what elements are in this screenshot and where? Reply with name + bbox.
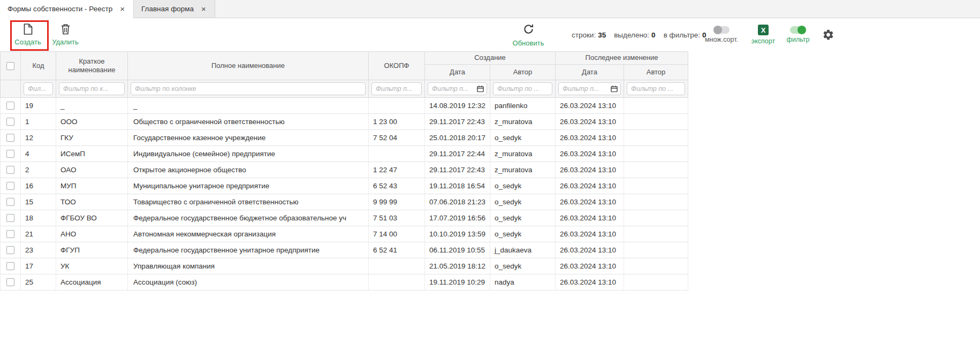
tab-bar: Формы собственности - Реестр × Главная ф…: [0, 0, 980, 18]
selected-count-value: 0: [651, 31, 656, 39]
trash-icon: [61, 24, 70, 36]
filter-label: фильтр: [787, 36, 810, 43]
table-row[interactable]: 4ИСемПИндивидуальное (семейное) предприя…: [1, 146, 688, 162]
cell-created-by: j_daukaeva: [490, 242, 556, 258]
cell-code: 2: [21, 162, 56, 178]
tab-forms-registry[interactable]: Формы собственности - Реестр ×: [0, 0, 134, 18]
col-header-created-author[interactable]: Автор: [490, 65, 556, 80]
tab-label: Главная форма: [141, 5, 194, 13]
row-checkbox[interactable]: [6, 182, 14, 190]
settings-gear-icon[interactable]: [822, 29, 834, 41]
table-row[interactable]: 1ООООбщество с ограниченной ответственно…: [1, 114, 688, 130]
table-row[interactable]: 2ОАООткрытое акционерное общество1 22 47…: [1, 162, 688, 178]
filter-toggle[interactable]: [790, 26, 806, 34]
refresh-button[interactable]: Обновить: [512, 18, 544, 51]
table-body: 19__14.08.2019 12:32panfilenko26.03.2024…: [1, 98, 688, 290]
filter-full-name-input[interactable]: [131, 82, 366, 95]
row-checkbox[interactable]: [6, 278, 14, 286]
cell-created-by: z_muratova: [490, 162, 556, 178]
selected-count: выделено:0: [614, 31, 655, 39]
col-header-code[interactable]: Код: [21, 52, 56, 80]
cell-modified-date: 26.03.2024 13:10: [556, 242, 624, 258]
cell-short-name: АНО: [56, 226, 128, 242]
tab-close-icon[interactable]: ×: [200, 4, 207, 13]
cell-okopf: [369, 258, 425, 274]
table-row[interactable]: 21АНОАвтономная некоммерческая организац…: [1, 226, 688, 242]
tab-main-form[interactable]: Главная форма ×: [134, 0, 215, 18]
col-header-short-name[interactable]: Краткое наименование: [56, 52, 128, 80]
filter-code-input[interactable]: [24, 82, 53, 95]
table-row[interactable]: 23ФГУПФедеральное государственное унитар…: [1, 242, 688, 258]
cell-modified-by: [624, 178, 688, 194]
row-checkbox[interactable]: [6, 214, 14, 222]
row-checkbox[interactable]: [6, 150, 14, 158]
row-checkbox[interactable]: [6, 118, 14, 126]
cell-created-date: 10.10.2019 13:59: [425, 226, 490, 242]
delete-button[interactable]: Удалить: [51, 24, 80, 46]
table-row[interactable]: 12ГКУГосударственное казенное учреждение…: [1, 130, 688, 146]
cell-short-name: _: [56, 98, 128, 114]
cell-short-name: ООО: [56, 114, 128, 130]
toolbar: Создать Удалить Обновить строки:35 выдел…: [0, 18, 980, 51]
cell-created-date: 14.08.2019 12:32: [425, 98, 490, 114]
row-checkbox[interactable]: [6, 246, 14, 254]
toggle-knob: [713, 26, 722, 34]
table-row[interactable]: 25АссоциацияАссоциация (союз)19.11.2019 …: [1, 274, 688, 290]
calendar-icon[interactable]: [477, 86, 484, 93]
cell-created-date: 07.06.2018 21:23: [425, 194, 490, 210]
filter-short-name-input[interactable]: [59, 82, 125, 95]
cell-short-name: ИСемП: [56, 146, 128, 162]
table-row[interactable]: 18ФГБОУ ВОФедеральное государственное бю…: [1, 210, 688, 226]
cell-created-by: nadya: [490, 274, 556, 290]
table-row[interactable]: 15ТООТоварищество с ограниченной ответст…: [1, 194, 688, 210]
col-header-full-name[interactable]: Полное наименование: [128, 52, 369, 80]
cell-created-date: 06.11.2019 10:55: [425, 242, 490, 258]
cell-created-by: o_sedyk: [490, 226, 556, 242]
tab-close-icon[interactable]: ×: [119, 4, 126, 13]
cell-created-date: 29.11.2017 22:43: [425, 162, 490, 178]
row-checkbox[interactable]: [6, 134, 14, 142]
cell-okopf: [369, 274, 425, 290]
multisort-toggle[interactable]: [713, 26, 730, 34]
cell-full-name: Федеральное государственное унитарное пр…: [128, 242, 369, 258]
cell-modified-by: [624, 226, 688, 242]
cell-created-by: z_muratova: [490, 114, 556, 130]
row-checkbox[interactable]: [6, 230, 14, 238]
cell-okopf: [369, 146, 425, 162]
col-header-modified-author[interactable]: Автор: [624, 65, 688, 80]
create-button[interactable]: Создать: [13, 24, 42, 46]
table-row[interactable]: 19__14.08.2019 12:32panfilenko26.03.2024…: [1, 98, 688, 114]
cell-code: 25: [21, 274, 56, 290]
export-control[interactable]: X экспорт: [750, 18, 776, 51]
excel-export-icon[interactable]: X: [758, 25, 769, 35]
cell-okopf: [369, 98, 425, 114]
cell-modified-date: 26.03.2024 13:10: [556, 274, 624, 290]
cell-code: 23: [21, 242, 56, 258]
row-checkbox[interactable]: [6, 262, 14, 270]
export-label: экспорт: [751, 37, 775, 45]
row-checkbox[interactable]: [6, 198, 14, 206]
filter-okopf-input[interactable]: [371, 82, 422, 95]
calendar-icon[interactable]: [611, 86, 618, 93]
col-header-okopf[interactable]: ОКОПФ: [369, 52, 425, 80]
col-header-created-date[interactable]: Дата: [425, 65, 490, 80]
cell-code: 21: [21, 226, 56, 242]
row-checkbox[interactable]: [6, 102, 14, 110]
registry-table: Код Краткое наименование Полное наименов…: [0, 51, 688, 290]
table-row[interactable]: 17УКУправляющая компания21.05.2019 18:12…: [1, 258, 688, 274]
cell-okopf: 1 22 47: [369, 162, 425, 178]
col-header-modified-date[interactable]: Дата: [556, 65, 624, 80]
row-checkbox-cell: [1, 226, 21, 242]
row-checkbox[interactable]: [6, 166, 14, 174]
filter-modified-author-input[interactable]: [627, 82, 685, 95]
table-row[interactable]: 16МУПМуниципальное унитарное предприятие…: [1, 178, 688, 194]
multisort-label: множ.сорт.: [705, 36, 738, 43]
cell-short-name: УК: [56, 258, 128, 274]
cell-short-name: ТОО: [56, 194, 128, 210]
filter-created-author-input[interactable]: [493, 82, 552, 95]
select-all-checkbox[interactable]: [6, 62, 14, 70]
cell-code: 1: [21, 114, 56, 130]
cell-modified-by: [624, 146, 688, 162]
cell-code: 17: [21, 258, 56, 274]
create-button-label: Создать: [14, 38, 41, 46]
